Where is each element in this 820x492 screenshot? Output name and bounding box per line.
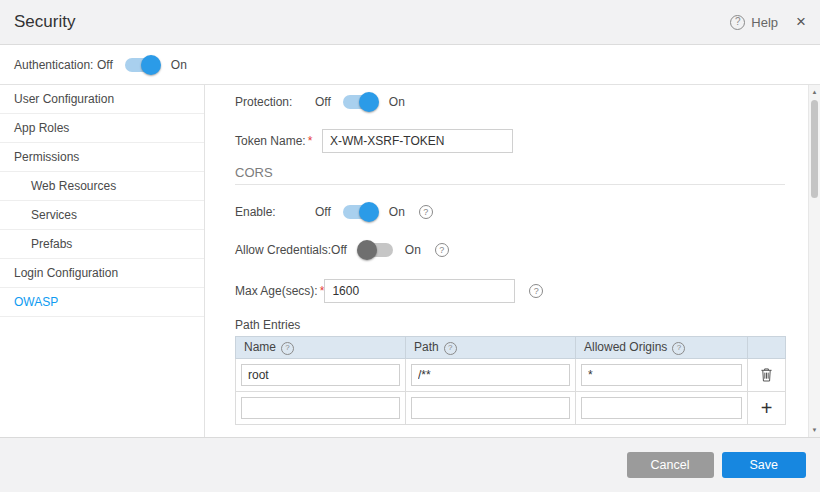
enable-row: Enable: Off On ? (235, 205, 433, 219)
allow-credentials-on-label: On (405, 243, 421, 257)
allow-credentials-toggle[interactable] (359, 243, 393, 257)
sidebar-item-prefabs[interactable]: Prefabs (0, 230, 204, 259)
column-header-actions (748, 337, 786, 359)
max-age-help-icon[interactable]: ? (529, 284, 543, 298)
allow-credentials-label: Allow Credentials: (235, 243, 331, 257)
allow-credentials-row: Allow Credentials: Off On ? (235, 243, 449, 257)
path-help-icon[interactable]: ? (444, 342, 457, 355)
token-name-input[interactable] (322, 129, 513, 153)
table-row: + (236, 392, 786, 425)
column-header-label: Name (244, 340, 276, 354)
name-help-icon[interactable]: ? (281, 342, 294, 355)
add-row-button[interactable]: + (759, 399, 775, 417)
scrollbar-thumb[interactable] (811, 100, 818, 198)
max-age-label-text: Max Age(secs): (235, 284, 318, 298)
sidebar-item-owasp[interactable]: OWASP (0, 288, 204, 317)
sidebar-item-services[interactable]: Services (0, 201, 204, 230)
authentication-label: Authentication: (14, 58, 97, 72)
row1-allowed-origins-input[interactable] (581, 364, 742, 386)
toggle-knob (359, 202, 379, 222)
max-age-row: Max Age(secs):* ? (235, 279, 543, 303)
sidebar: User Configuration App Roles Permissions… (0, 85, 205, 437)
sidebar-item-label: Services (31, 208, 77, 222)
max-age-input[interactable] (324, 279, 515, 303)
enable-off-label: Off (315, 205, 331, 219)
token-name-label-text: Token Name: (235, 134, 306, 148)
cancel-button[interactable]: Cancel (627, 452, 714, 478)
sidebar-item-login-configuration[interactable]: Login Configuration (0, 259, 204, 288)
protection-label: Protection: (235, 95, 315, 109)
row1-name-input[interactable] (241, 364, 400, 386)
protection-on-label: On (389, 95, 405, 109)
path-entries-label: Path Entries (235, 318, 300, 332)
sidebar-item-label: User Configuration (14, 92, 114, 106)
help-icon: ? (730, 15, 745, 30)
authentication-bar: Authentication: Off On (0, 45, 820, 85)
delete-row-button[interactable] (758, 365, 775, 384)
trash-icon (760, 367, 773, 382)
content-scrollbar[interactable]: ▲ ▼ (808, 85, 820, 437)
protection-row: Protection: Off On (235, 95, 405, 109)
table-row (236, 359, 786, 392)
table-header-row: Name? Path? Allowed Origins? (236, 337, 786, 359)
column-header-name: Name? (236, 337, 406, 359)
owasp-settings-panel: Protection: Off On Token Name:* CORS Ena… (205, 85, 808, 437)
row2-allowed-origins-input[interactable] (581, 397, 742, 419)
save-button[interactable]: Save (722, 452, 807, 478)
row2-path-input[interactable] (411, 397, 570, 419)
enable-help-icon[interactable]: ? (419, 205, 433, 219)
max-age-label: Max Age(secs):* (235, 284, 324, 298)
row2-name-input[interactable] (241, 397, 400, 419)
security-dialog: Security ? Help × Authentication: Off On… (0, 0, 820, 492)
allowed-origins-help-icon[interactable]: ? (672, 342, 685, 355)
dialog-footer: Cancel Save (0, 437, 820, 492)
toggle-knob (359, 92, 379, 112)
allow-credentials-help-icon[interactable]: ? (435, 243, 449, 257)
required-asterisk: * (308, 134, 313, 148)
close-icon[interactable]: × (796, 12, 806, 32)
help-label: Help (751, 15, 778, 30)
sidebar-item-app-roles[interactable]: App Roles (0, 114, 204, 143)
sidebar-item-label: Permissions (14, 150, 79, 164)
scroll-up-icon[interactable]: ▲ (809, 86, 820, 98)
enable-toggle[interactable] (343, 205, 377, 219)
cors-section-heading: CORS (235, 165, 273, 180)
sidebar-item-user-configuration[interactable]: User Configuration (0, 85, 204, 114)
column-header-allowed-origins: Allowed Origins? (576, 337, 748, 359)
path-entries-table: Name? Path? Allowed Origins? (235, 336, 786, 425)
header-actions: ? Help × (730, 12, 806, 32)
row1-path-input[interactable] (411, 364, 570, 386)
sidebar-item-label: Web Resources (31, 179, 116, 193)
sidebar-item-label: Prefabs (31, 237, 72, 251)
sidebar-item-web-resources[interactable]: Web Resources (0, 172, 204, 201)
enable-on-label: On (389, 205, 405, 219)
toggle-knob (357, 240, 377, 260)
toggle-knob (141, 55, 161, 75)
sidebar-item-label: App Roles (14, 121, 69, 135)
token-name-row: Token Name:* (235, 129, 513, 153)
token-name-label: Token Name:* (235, 134, 322, 148)
authentication-off-label: Off (97, 58, 113, 72)
protection-off-label: Off (315, 95, 331, 109)
sidebar-item-label: OWASP (14, 295, 58, 309)
scroll-down-icon[interactable]: ▼ (809, 424, 820, 436)
protection-toggle[interactable] (343, 95, 377, 109)
allow-credentials-off-label: Off (331, 243, 347, 257)
column-header-path: Path? (406, 337, 576, 359)
enable-label: Enable: (235, 205, 315, 219)
column-header-label: Path (414, 340, 439, 354)
sidebar-item-label: Login Configuration (14, 266, 118, 280)
plus-icon: + (761, 397, 773, 419)
authentication-toggle[interactable] (125, 58, 159, 72)
sidebar-item-permissions[interactable]: Permissions (0, 143, 204, 172)
cors-divider (235, 184, 785, 185)
column-header-label: Allowed Origins (584, 340, 667, 354)
authentication-on-label: On (171, 58, 187, 72)
page-title: Security (14, 12, 75, 32)
help-button[interactable]: ? Help (730, 15, 778, 30)
dialog-header: Security ? Help × (0, 0, 820, 45)
